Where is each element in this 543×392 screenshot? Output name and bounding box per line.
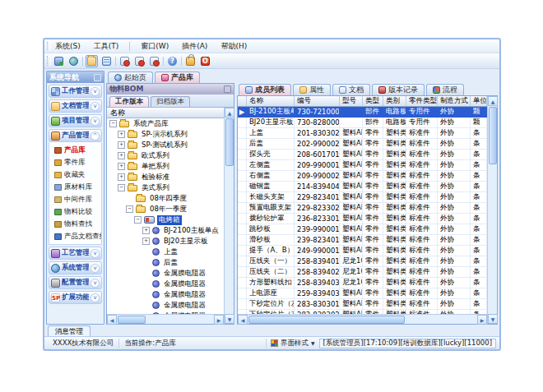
- chevron-up-icon[interactable]: ^: [90, 131, 100, 141]
- chevron-down-icon[interactable]: v: [90, 249, 100, 258]
- tree-node[interactable]: +单把系列: [107, 161, 224, 172]
- sidebar-item-中间件库[interactable]: 中间件库: [49, 193, 101, 205]
- tree-node[interactable]: +BJ-2100主板单点: [107, 225, 224, 236]
- tab-流程[interactable]: 流程: [426, 84, 464, 95]
- sidebar-item-物料比较[interactable]: 物料比较: [49, 205, 101, 218]
- chevron-down-icon[interactable]: v: [90, 264, 100, 273]
- table-row[interactable]: 磁钢盖214-839404-01E塑料ABS零件塑料类标准件外协条: [238, 182, 487, 192]
- tab-文档[interactable]: 文档: [332, 84, 370, 95]
- expand-icon[interactable]: +: [118, 163, 125, 170]
- tree-node[interactable]: 08年四季度: [107, 193, 224, 204]
- scroll-up-icon[interactable]: ▲: [225, 108, 234, 118]
- ui-style-button[interactable]: 界面样式 ▼: [267, 339, 319, 348]
- expand-icon[interactable]: +: [142, 227, 150, 234]
- scroll-down-icon[interactable]: ▼: [225, 314, 234, 324]
- chevron-down-icon[interactable]: v: [90, 117, 100, 126]
- tree-node[interactable]: −08年一季度: [107, 204, 224, 214]
- toolbar-button[interactable]: [184, 55, 197, 67]
- sidebar-group-配置管理[interactable]: 配置管理v: [49, 276, 102, 289]
- tree-node[interactable]: 上盖: [107, 247, 224, 257]
- tree-horizontal-scrollbar[interactable]: ◀ ▶: [107, 314, 224, 324]
- tab-版本记录[interactable]: 版本记录: [372, 84, 425, 95]
- menu-item-插件[interactable]: 插件(A): [179, 40, 210, 53]
- sidebar-group-工艺管理[interactable]: 工艺管理v: [49, 247, 102, 260]
- table-row[interactable]: 压线夹（一）258-839401-00E尼龙1010零件塑料类标准件外协条: [238, 256, 487, 267]
- tree-vertical-scrollbar[interactable]: ▲ ▼: [224, 108, 234, 324]
- column-header-型号[interactable]: 型号: [340, 96, 363, 106]
- toolbar-button[interactable]: [118, 55, 131, 67]
- scroll-right-icon[interactable]: ▶: [477, 315, 487, 325]
- table-row[interactable]: BJ20主显示板730-828000-04E部件电路板专用件外协颗: [238, 118, 487, 128]
- tree-node[interactable]: 金属膜电阻器: [107, 300, 224, 311]
- expand-icon[interactable]: +: [118, 173, 125, 181]
- collapse-icon[interactable]: −: [126, 205, 133, 213]
- tree-node[interactable]: 金属膜电阻器: [107, 289, 224, 300]
- table-row[interactable]: 长磁头支架229-823401-00E塑料ABS零件塑料类标准件外协条: [238, 192, 487, 203]
- table-row[interactable]: 跳秒板239-990001-01E塑料ABS零件塑料类标准件外协条: [238, 224, 487, 235]
- table-row[interactable]: 上电源座259-839403-00E塑料ABS零件塑料类标准件外协条: [238, 288, 487, 299]
- column-header-单位[interactable]: 单位: [471, 96, 487, 106]
- sidebar-item-原材料库[interactable]: 原材料库: [49, 181, 101, 193]
- tree-node[interactable]: −电烤箱: [107, 214, 224, 225]
- column-header-类别[interactable]: 类别: [383, 96, 406, 106]
- sidebar-collapse-icon[interactable]: [94, 74, 101, 81]
- toolbar-button[interactable]: [53, 55, 65, 67]
- tree-node[interactable]: −系统产品库: [107, 118, 224, 129]
- chevron-down-icon[interactable]: v: [90, 102, 100, 111]
- table-row[interactable]: 探头壳208-601701-01E塑料ABS零件塑料类标准件外协条: [238, 150, 487, 160]
- menu-item-帮助[interactable]: 帮助(H): [218, 40, 249, 53]
- sidebar-item-产品文档查找[interactable]: 产品文档查找: [49, 230, 101, 242]
- toolbar-button[interactable]: [148, 55, 160, 67]
- table-row[interactable]: 下秒定位片（左）283-830301-00E塑料ABS零件塑料类标准件外协条: [238, 299, 487, 310]
- sidebar-group-项目管理[interactable]: 项目管理v: [49, 114, 102, 127]
- expand-icon[interactable]: +: [118, 141, 125, 149]
- table-hscroll-thumb[interactable]: [248, 316, 405, 324]
- tree-node[interactable]: +SP-测试机系列: [107, 140, 224, 150]
- tab-属性[interactable]: 属性: [293, 84, 331, 95]
- toolbar-button[interactable]: O: [199, 55, 211, 67]
- tree-node[interactable]: 后盖: [107, 257, 224, 268]
- table-vertical-scrollbar[interactable]: ▲ ▼: [487, 96, 497, 324]
- toolbar-button[interactable]: ?: [166, 55, 179, 67]
- chevron-down-icon[interactable]: v: [90, 293, 100, 302]
- toolbar-button[interactable]: [100, 55, 113, 67]
- sidebar-group-产品管理[interactable]: 产品管理^: [49, 129, 102, 142]
- sidebar-item-产品库[interactable]: 产品库: [49, 144, 101, 156]
- table-row[interactable]: 后盖202-990002-01E塑料ABS零件塑料类标准件外协条: [238, 139, 487, 150]
- pin-icon[interactable]: [224, 85, 231, 93]
- table-row[interactable]: 上盖201-830302-00E塑料ABS零件塑料类标准件外协条: [238, 128, 487, 139]
- tree-node[interactable]: +检验标准: [107, 172, 224, 182]
- menu-item-系统[interactable]: 系统(S): [53, 40, 83, 53]
- collapse-icon[interactable]: −: [134, 216, 142, 224]
- sidebar-group-系统管理[interactable]: 系统管理v: [49, 261, 102, 274]
- scroll-left-icon[interactable]: ◀: [238, 315, 248, 325]
- column-header-制造方式[interactable]: 制造方式: [438, 96, 471, 106]
- table-row[interactable]: 压线夹（二）258-839402-00E尼龙1010零件塑料类标准件外协条: [238, 267, 487, 278]
- table-row[interactable]: 拨秒轮护罩236-823301-00E塑料ABS零件塑料类标准件外协条: [238, 214, 487, 224]
- toolbar-button[interactable]: [86, 55, 98, 67]
- sidebar-item-物料查找[interactable]: 物料查找: [49, 218, 101, 230]
- table-row[interactable]: ▶BJ-2100主板单点730-721000-12E部件电路板专用件外协颗: [238, 107, 487, 118]
- tree-column-header[interactable]: 名称: [107, 108, 224, 118]
- scroll-right-icon[interactable]: ▶: [214, 315, 224, 325]
- tab-产品库[interactable]: 产品库: [155, 71, 200, 83]
- table-row[interactable]: 右侧盖209-990002-01E塑料ABS零件塑料类标准件外协条: [238, 171, 487, 182]
- column-header-零件类型[interactable]: 零件类型: [406, 96, 438, 106]
- chevron-down-icon[interactable]: v: [90, 87, 100, 96]
- message-management-tab[interactable]: 消息管理: [48, 325, 90, 336]
- sidebar-group-工作管理[interactable]: 工作管理v: [49, 85, 102, 98]
- expand-icon[interactable]: +: [118, 131, 125, 138]
- sidebar-item-收藏夹[interactable]: 收藏夹: [49, 168, 101, 181]
- sidebar-group-文档管理[interactable]: 文档管理v: [49, 99, 102, 113]
- sidebar-item-零件库[interactable]: 零件库: [49, 156, 101, 168]
- tree-node[interactable]: −美式系列: [107, 182, 224, 193]
- menu-item-窗口[interactable]: 窗口(W): [138, 40, 171, 53]
- tree-node[interactable]: 金属膜电阻器: [107, 279, 224, 289]
- chevron-down-icon[interactable]: v: [90, 279, 100, 288]
- toolbar-button[interactable]: [133, 55, 146, 67]
- table-vscroll-thumb[interactable]: [489, 107, 497, 164]
- scroll-left-icon[interactable]: ◀: [107, 315, 117, 325]
- scroll-down-icon[interactable]: ▼: [488, 314, 498, 324]
- expand-icon[interactable]: +: [118, 152, 125, 159]
- expand-icon[interactable]: +: [142, 238, 150, 245]
